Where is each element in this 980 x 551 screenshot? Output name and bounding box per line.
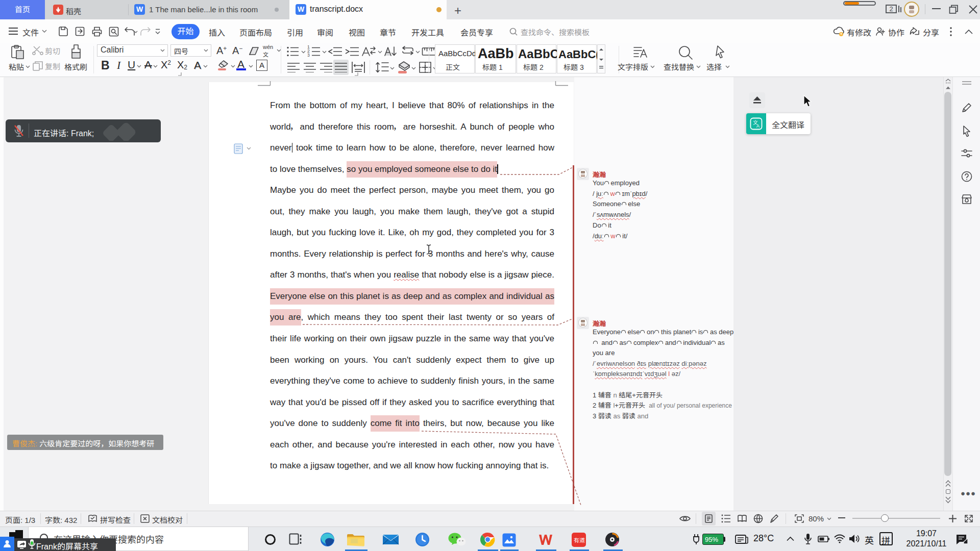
svg-text:A: A — [756, 123, 760, 129]
